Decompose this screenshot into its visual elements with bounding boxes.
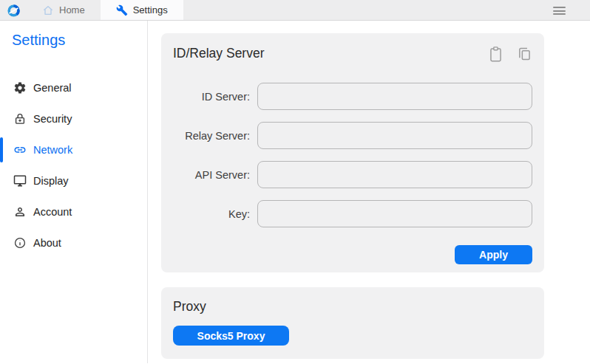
sidebar-item-display[interactable]: Display [0, 165, 147, 196]
relay-server-input[interactable] [257, 122, 532, 149]
monitor-icon [13, 174, 27, 188]
sidebar-item-label: Display [33, 175, 69, 187]
relay-server-label: Relay Server: [173, 130, 257, 142]
id-relay-server-card: ID/Relay Server [161, 33, 544, 272]
paste-icon[interactable] [487, 45, 503, 63]
sidebar-item-label: Account [33, 206, 72, 218]
settings-sidebar: Settings General [0, 21, 148, 363]
person-icon [13, 205, 27, 219]
settings-menu: General Security [0, 72, 147, 258]
sidebar-item-label: General [33, 82, 72, 94]
window-tab-bar: Home Settings [0, 0, 590, 21]
api-server-input[interactable] [257, 161, 532, 188]
sidebar-item-about[interactable]: About [0, 227, 147, 258]
sidebar-item-label: Network [33, 144, 72, 156]
tab-settings[interactable]: Settings [101, 0, 183, 20]
key-label: Key: [173, 208, 257, 220]
socks5-proxy-button[interactable]: Socks5 Proxy [173, 326, 289, 346]
proxy-card-title: Proxy [173, 298, 532, 315]
gear-icon [13, 81, 27, 95]
info-icon [13, 236, 27, 250]
api-server-label: API Server: [173, 169, 257, 181]
wrench-icon [116, 4, 128, 16]
key-row: Key: [173, 200, 532, 227]
sidebar-title: Settings [12, 30, 147, 50]
id-server-label: ID Server: [173, 91, 257, 103]
card-title: ID/Relay Server [173, 44, 265, 62]
sidebar-item-label: About [33, 237, 61, 249]
server-form: ID Server: Relay Server: API Server: Key… [173, 83, 532, 227]
sidebar-item-security[interactable]: Security [0, 103, 147, 134]
tab-settings-label: Settings [133, 4, 168, 16]
apply-button[interactable]: Apply [455, 245, 532, 264]
rustdesk-logo-icon [7, 0, 21, 21]
key-input[interactable] [257, 200, 532, 227]
sidebar-item-account[interactable]: Account [0, 196, 147, 227]
id-server-input[interactable] [257, 83, 532, 110]
copy-icon[interactable] [516, 45, 532, 63]
home-icon [42, 4, 54, 16]
active-indicator [0, 137, 3, 162]
hamburger-menu-icon[interactable] [553, 7, 566, 17]
tab-home-label: Home [59, 4, 85, 16]
link-icon [13, 143, 27, 157]
api-server-row: API Server: [173, 161, 532, 188]
sidebar-item-network[interactable]: Network [0, 134, 147, 165]
sidebar-item-general[interactable]: General [0, 72, 147, 103]
proxy-card: Proxy Socks5 Proxy [161, 287, 544, 359]
lock-plus-icon [13, 112, 27, 126]
main-content: ID/Relay Server [148, 21, 590, 363]
tab-home[interactable]: Home [27, 0, 101, 20]
relay-server-row: Relay Server: [173, 122, 532, 149]
sidebar-item-label: Security [33, 113, 72, 125]
id-server-row: ID Server: [173, 83, 532, 110]
